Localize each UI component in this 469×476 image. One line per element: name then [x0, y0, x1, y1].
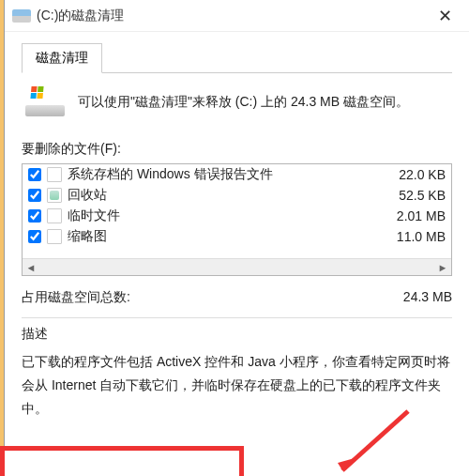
- item-checkbox[interactable]: [28, 168, 41, 181]
- titlebar: (C:)的磁盘清理 ✕: [5, 0, 469, 32]
- item-size: 22.0 KB: [378, 167, 446, 182]
- item-name: 缩略图: [68, 228, 378, 245]
- window-title: (C:)的磁盘清理: [37, 8, 429, 24]
- list-item[interactable]: 系统存档的 Windows 错误报告文件 22.0 KB: [23, 164, 451, 185]
- total-space-value: 24.3 MB: [403, 289, 452, 306]
- item-checkbox[interactable]: [28, 230, 41, 243]
- recycle-bin-icon: [47, 188, 62, 203]
- horizontal-scrollbar[interactable]: ◄ ►: [23, 258, 451, 275]
- item-checkbox[interactable]: [28, 209, 41, 223]
- item-size: 11.0 MB: [378, 229, 446, 244]
- item-checkbox[interactable]: [28, 189, 41, 202]
- intro-text: 可以使用"磁盘清理"来释放 (C:) 上的 24.3 MB 磁盘空间。: [78, 94, 409, 111]
- total-space-label: 占用磁盘空间总数:: [22, 289, 130, 306]
- item-name: 临时文件: [68, 207, 378, 224]
- files-to-delete-label: 要删除的文件(F):: [22, 141, 452, 158]
- tab-disk-cleanup[interactable]: 磁盘清理: [22, 43, 102, 73]
- separator: [22, 317, 452, 318]
- item-name: 系统存档的 Windows 错误报告文件: [68, 166, 378, 183]
- item-size: 2.01 MB: [378, 208, 446, 223]
- files-listbox[interactable]: 系统存档的 Windows 错误报告文件 22.0 KB 回收站 52.5 KB…: [22, 163, 452, 276]
- annotation-highlight-box: [0, 446, 244, 476]
- file-icon: [47, 167, 62, 182]
- file-icon: [47, 208, 62, 223]
- list-item[interactable]: 临时文件 2.01 MB: [23, 206, 451, 226]
- description-body: 已下载的程序文件包括 ActiveX 控件和 Java 小程序，你查看特定网页时…: [22, 350, 452, 422]
- list-item[interactable]: 回收站 52.5 KB: [23, 185, 451, 206]
- drive-icon: [12, 9, 31, 23]
- scroll-right-icon[interactable]: ►: [434, 259, 451, 275]
- list-item[interactable]: 缩略图 11.0 MB: [23, 226, 451, 247]
- scroll-left-icon[interactable]: ◄: [23, 259, 39, 275]
- disk-cleanup-icon: [25, 88, 65, 116]
- item-name: 回收站: [68, 187, 378, 204]
- tabstrip: 磁盘清理: [22, 43, 452, 73]
- close-icon[interactable]: ✕: [429, 2, 461, 30]
- description-caption: 描述: [22, 326, 452, 343]
- item-size: 52.5 KB: [378, 188, 446, 203]
- file-icon: [47, 229, 62, 244]
